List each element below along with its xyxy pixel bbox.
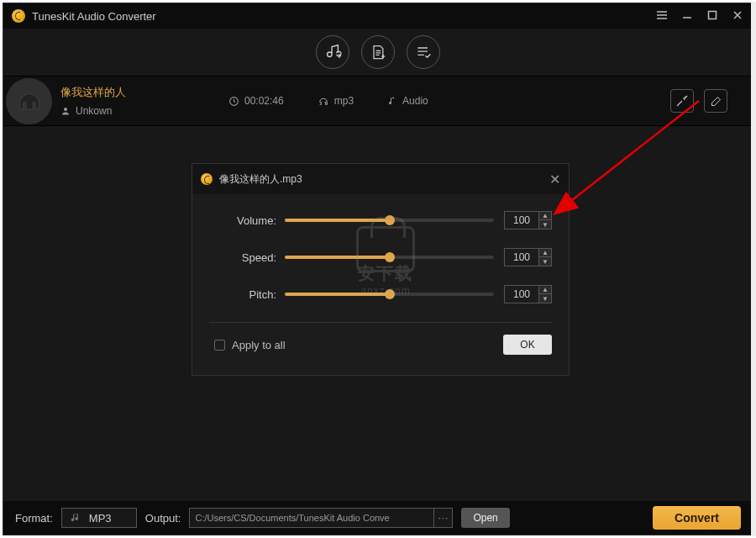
panel-footer: Apply to all OK — [209, 335, 552, 367]
speed-slider[interactable] — [285, 256, 494, 259]
volume-label: Volume: — [209, 214, 276, 227]
note-icon — [387, 96, 397, 107]
clock-icon — [228, 96, 239, 107]
track-duration: 00:02:46 — [244, 95, 284, 107]
volume-up-icon[interactable]: ▲ — [539, 212, 551, 220]
headphone-icon — [318, 96, 329, 107]
panel-close-icon[interactable]: ✕ — [549, 171, 560, 187]
panel-header: 像我这样的人.mp3 ✕ — [192, 164, 569, 194]
output-path-box: ··· — [189, 508, 453, 528]
output-label: Output: — [145, 512, 181, 525]
panel-body: Volume: ▲▼ Speed: ▲▼ — [192, 194, 569, 375]
panel-separator — [209, 322, 552, 323]
open-button[interactable]: Open — [461, 508, 509, 528]
pitch-down-icon[interactable]: ▼ — [539, 294, 551, 303]
speed-down-icon[interactable]: ▼ — [539, 257, 551, 266]
volume-value[interactable] — [505, 212, 538, 229]
track-actions — [670, 89, 727, 113]
edit-button[interactable] — [704, 89, 727, 113]
speed-spinner[interactable]: ▲▼ — [504, 248, 552, 266]
minimize-icon[interactable] — [680, 9, 694, 24]
volume-down-icon[interactable]: ▼ — [539, 220, 551, 229]
output-browse-button[interactable]: ··· — [433, 509, 452, 527]
format-icon — [69, 512, 82, 524]
title-left: TunesKit Audio Converter — [12, 9, 156, 23]
effects-panel: 像我这样的人.mp3 ✕ Volume: ▲▼ Speed: — [192, 163, 570, 376]
panel-filename: 像我这样的人.mp3 — [219, 172, 302, 187]
apply-all-label: Apply to all — [232, 339, 286, 351]
menu-icon[interactable] — [655, 9, 669, 24]
speed-up-icon[interactable]: ▲ — [539, 249, 551, 257]
bottom-bar: Format: MP3 Output: ··· Open Convert — [3, 501, 753, 535]
effects-button[interactable] — [670, 89, 694, 113]
maximize-icon[interactable] — [706, 9, 719, 24]
add-file-button[interactable] — [361, 35, 395, 69]
panel-logo-icon — [201, 173, 213, 185]
pitch-row: Pitch: ▲▼ — [209, 285, 552, 303]
svg-rect-0 — [709, 11, 717, 18]
track-row[interactable]: 像我这样的人 Unkown 00:02:46 mp3 Audio — [3, 76, 753, 126]
volume-spinner[interactable]: ▲▼ — [504, 211, 552, 229]
edge-artifact — [751, 2, 756, 536]
track-info: 像我这样的人 Unkown — [60, 85, 228, 117]
apply-all-checkbox[interactable] — [214, 340, 225, 351]
pitch-slider[interactable] — [285, 293, 494, 296]
track-type: Audio — [402, 95, 428, 107]
ok-button[interactable]: OK — [503, 335, 552, 355]
track-title: 像我这样的人 — [60, 85, 228, 100]
window-controls — [655, 9, 744, 24]
close-icon[interactable] — [731, 9, 744, 24]
convert-button[interactable]: Convert — [653, 506, 741, 530]
volume-slider[interactable] — [285, 219, 494, 222]
list-check-button[interactable] — [407, 35, 440, 69]
track-artist: Unkown — [76, 105, 112, 117]
titlebar: TunesKit Audio Converter — [3, 3, 753, 29]
app-logo-icon — [12, 9, 25, 23]
volume-row: Volume: ▲▼ — [209, 211, 552, 229]
track-format: mp3 — [334, 95, 354, 107]
output-path-input[interactable] — [190, 513, 433, 523]
format-selector[interactable]: MP3 — [61, 508, 137, 528]
format-label: Format: — [15, 512, 53, 525]
speed-row: Speed: ▲▼ — [209, 248, 552, 266]
main-toolbar — [3, 29, 753, 76]
pitch-value[interactable] — [505, 286, 538, 303]
add-music-button[interactable] — [316, 35, 349, 69]
speed-value[interactable] — [505, 249, 538, 266]
person-icon — [60, 106, 71, 116]
format-value: MP3 — [89, 512, 112, 525]
pitch-up-icon[interactable]: ▲ — [539, 286, 551, 294]
app-title: TunesKit Audio Converter — [32, 10, 156, 23]
app-window: TunesKit Audio Converter — [3, 3, 753, 535]
pitch-label: Pitch: — [209, 288, 276, 301]
track-art-icon — [6, 78, 52, 124]
speed-label: Speed: — [209, 251, 276, 264]
pitch-spinner[interactable]: ▲▼ — [504, 285, 552, 303]
svg-point-1 — [64, 108, 67, 111]
apply-all-row[interactable]: Apply to all — [214, 339, 286, 351]
